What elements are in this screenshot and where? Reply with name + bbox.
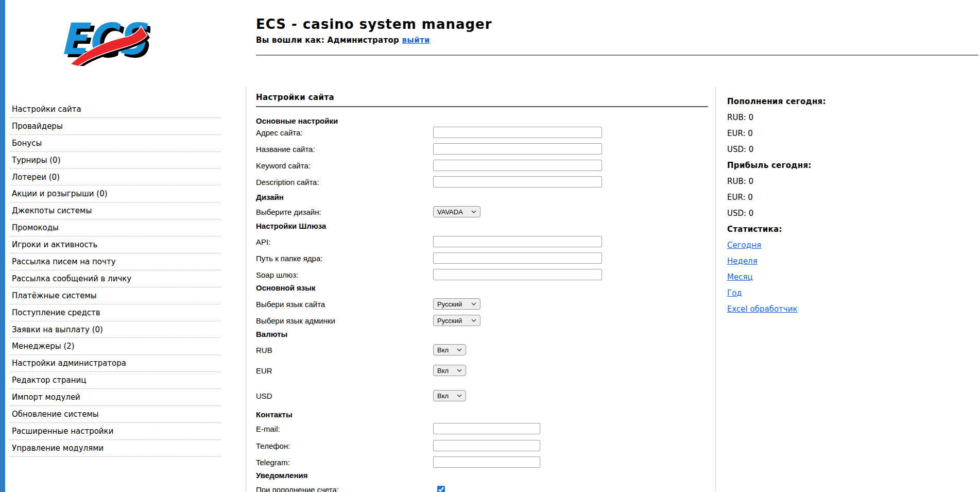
sidebar-item-module-import[interactable]: Импорт модулей [10, 389, 220, 406]
site-address-input[interactable] [433, 127, 602, 138]
deposit-notification-checkbox[interactable] [437, 486, 445, 492]
sidebar-item-admin-settings[interactable]: Настройки администратора [10, 355, 220, 372]
deposit-notification-label: При пополнение счета: [256, 485, 433, 492]
section-notifications: Уведомления [256, 468, 708, 482]
telegram-input[interactable] [433, 456, 540, 468]
rub-toggle-value: Вкл [437, 346, 449, 354]
chevron-down-icon [471, 210, 476, 213]
section-gateway: Настройки Шлюза [256, 218, 708, 233]
sidebar-item-promocodes[interactable]: Промокоды [10, 219, 220, 236]
sidebar-item-module-management[interactable]: Управление модулями [10, 440, 220, 457]
app-title: ECS - casino system manager [256, 16, 492, 32]
logout-link[interactable]: выйти [402, 36, 430, 45]
login-status-text: Вы вошли как: Администратор [256, 36, 399, 45]
sidebar-nav: Настройки сайта Провайдеры Бонусы Турнир… [10, 101, 220, 457]
rub-toggle-select[interactable]: Вкл [433, 344, 466, 355]
profit-usd-value: USD: 0 [727, 205, 969, 221]
deposits-eur-value: EUR: 0 [727, 125, 969, 141]
api-row: API: [256, 234, 708, 249]
site-language-select[interactable]: Русский [433, 298, 480, 310]
design-select-value: VAVADA [437, 208, 463, 216]
site-name-row: Название сайта: [256, 141, 708, 157]
soap-gateway-label: Soap шлюз: [256, 270, 433, 279]
eur-row: EUR Вкл [256, 363, 708, 378]
stats-link-excel[interactable]: Excel обработчик [727, 304, 797, 314]
stats-link-week[interactable]: Неделя [727, 257, 758, 266]
sidebar-item-providers[interactable]: Провайдеры [10, 118, 220, 135]
stats-link-month[interactable]: Месяц [727, 273, 753, 282]
site-address-label: Адрес сайта: [256, 128, 433, 137]
site-language-row: Выбери язык сайта Русский [256, 296, 708, 312]
core-path-label: Путь к папке ядра: [256, 254, 433, 263]
section-currencies: Валюты [256, 327, 708, 341]
statistics-heading: Статистика: [727, 221, 969, 237]
sidebar-item-players-activity[interactable]: Игроки и активность [10, 236, 220, 253]
ecs-logo-graphic: ECS ECS [58, 7, 150, 66]
design-row: Выберите дизайн: VAVADA [256, 204, 708, 219]
chevron-down-icon [457, 348, 462, 351]
ecs-logo: ECS ECS [58, 7, 150, 66]
site-keyword-row: Keyword сайта: [256, 158, 708, 173]
site-description-row: Description сайта: [256, 174, 708, 190]
sidebar-item-advanced-settings[interactable]: Расширенные настройки [10, 423, 220, 440]
sidebar-item-tournaments[interactable]: Турниры (0) [10, 152, 220, 169]
api-input[interactable] [433, 236, 602, 247]
sidebar-item-system-update[interactable]: Обновление системы [10, 406, 220, 423]
stats-link-today[interactable]: Сегодня [727, 241, 761, 250]
usd-label: USD [256, 392, 433, 400]
sidebar-item-managers[interactable]: Менеджеры (2) [10, 338, 220, 355]
sidebar-item-site-settings[interactable]: Настройки сайта [10, 101, 220, 118]
site-address-row: Адрес сайта: [256, 125, 708, 140]
site-keyword-label: Keyword сайта: [256, 161, 433, 170]
site-keyword-input[interactable] [433, 160, 602, 171]
section-contacts: Контакты [256, 407, 708, 421]
eur-label: EUR [256, 366, 433, 375]
admin-language-select[interactable]: Русский [433, 315, 480, 326]
header: ECS - casino system manager Вы вошли как… [256, 16, 492, 45]
email-row: E-mail: [256, 421, 708, 436]
header-divider [256, 55, 978, 56]
panel-title-divider [256, 106, 708, 107]
sidebar-item-page-editor[interactable]: Редактор страниц [10, 372, 220, 389]
sidebar-item-bonuses[interactable]: Бонусы [10, 135, 220, 152]
chevron-down-icon [471, 319, 476, 322]
deposits-usd-value: USD: 0 [727, 141, 969, 157]
sidebar-item-promotions[interactable]: Акции и розыгрыши (0) [10, 185, 220, 202]
api-label: API: [256, 237, 433, 246]
profit-rub-value: RUB: 0 [727, 173, 969, 189]
soap-gateway-input[interactable] [433, 269, 602, 280]
email-label: E-mail: [256, 425, 433, 433]
usd-toggle-select[interactable]: Вкл [433, 390, 466, 401]
chevron-down-icon [457, 394, 462, 397]
usd-row: USD Вкл [256, 388, 708, 403]
sidebar-item-email-mailing[interactable]: Рассылка писем на почту [10, 253, 220, 270]
site-language-label: Выбери язык сайта [256, 300, 433, 309]
deposits-rub-value: RUB: 0 [727, 109, 969, 125]
sidebar-item-payout-requests[interactable]: Заявки на выплату (0) [10, 321, 220, 338]
sidebar-item-jackpots[interactable]: Джекпоты системы [10, 202, 220, 219]
chevron-down-icon [457, 369, 462, 372]
panel-title: Настройки сайта [256, 93, 708, 102]
site-description-input[interactable] [433, 176, 602, 188]
site-name-input[interactable] [433, 143, 602, 155]
stats-panel: Пополнения сегодня: RUB: 0 EUR: 0 USD: 0… [727, 93, 969, 317]
design-label: Выберите дизайн: [256, 208, 433, 216]
stats-link-year[interactable]: Год [727, 289, 742, 298]
core-path-input[interactable] [433, 252, 602, 264]
deposit-notification-row: При пополнение счета: [256, 482, 708, 492]
telegram-label: Telegram: [256, 458, 433, 467]
design-select[interactable]: VAVADA [433, 206, 480, 217]
sidebar-item-pm-mailing[interactable]: Рассылка сообщений в личку [10, 270, 220, 287]
sidebar-item-lotteries[interactable]: Лотереи (0) [10, 169, 220, 186]
login-line: Вы вошли как: Администратор выйти [256, 36, 492, 45]
sidebar-item-payment-systems[interactable]: Платёжные системы [10, 287, 220, 304]
sidebar-item-incoming-funds[interactable]: Поступление средств [10, 304, 220, 321]
email-input[interactable] [433, 423, 540, 434]
admin-language-row: Выбери язык админки Русский [256, 313, 708, 328]
profit-today-heading: Прибыль сегодня: [727, 157, 969, 173]
eur-toggle-select[interactable]: Вкл [433, 365, 466, 376]
admin-language-label: Выбери язык админки [256, 316, 433, 325]
phone-input[interactable] [433, 440, 540, 451]
phone-row: Телефон: [256, 438, 708, 453]
eur-toggle-value: Вкл [437, 367, 449, 375]
